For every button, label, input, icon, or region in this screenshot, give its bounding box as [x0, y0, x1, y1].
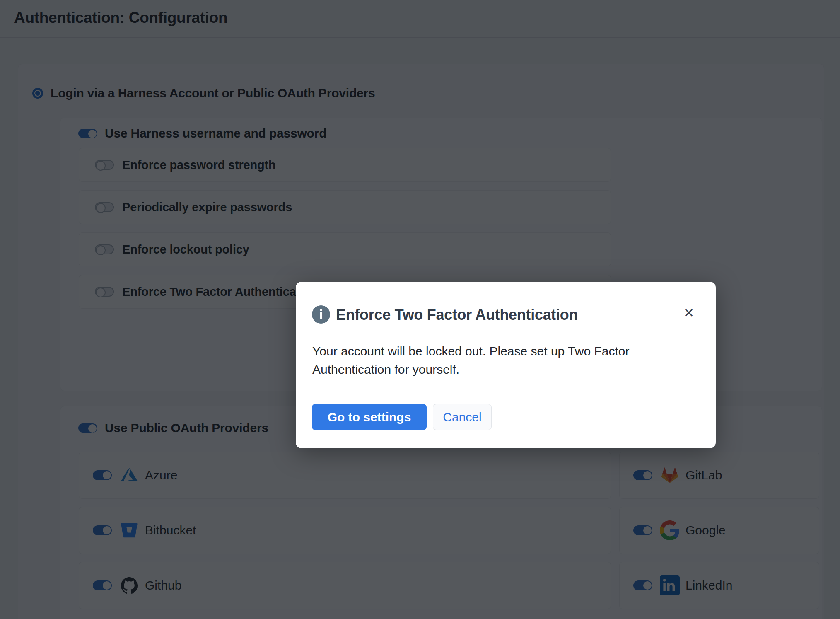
close-icon[interactable]: ✕ [680, 304, 698, 322]
modal-button-row: Go to settings Cancel [312, 404, 492, 430]
modal-title: Enforce Two Factor Authentication [336, 306, 578, 324]
go-to-settings-button[interactable]: Go to settings [312, 404, 427, 430]
cancel-button[interactable]: Cancel [433, 404, 492, 430]
info-icon: i [312, 305, 330, 324]
modal-body-text: Your account will be locked out. Please … [312, 342, 677, 378]
authentication-configuration-screen: Authentication: Configuration Login via … [0, 0, 840, 619]
enforce-two-factor-modal: i Enforce Two Factor Authentication ✕ Yo… [296, 282, 716, 448]
